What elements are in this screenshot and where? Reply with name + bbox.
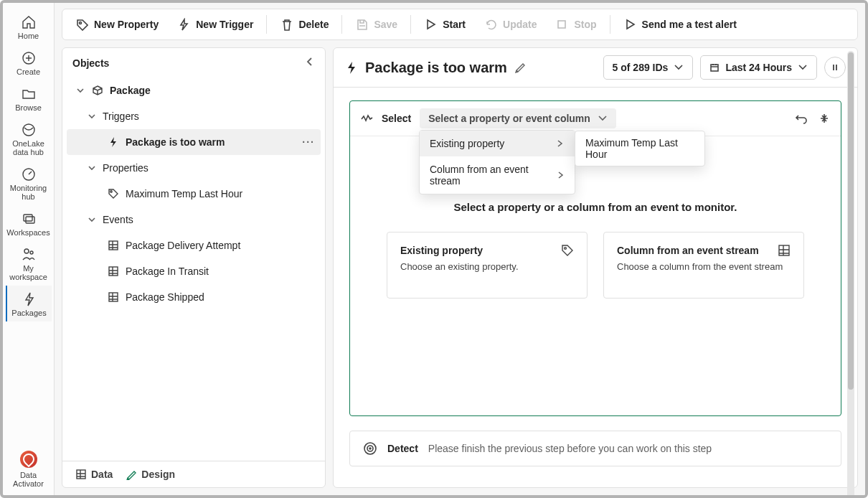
tree-triggers[interactable]: Triggers bbox=[67, 103, 321, 129]
editor-title: Package is too warm bbox=[345, 60, 527, 76]
scrollbar[interactable] bbox=[847, 51, 854, 495]
table-icon bbox=[107, 265, 120, 278]
chevron-down-icon bbox=[798, 62, 808, 72]
toolbar-delete-label: Delete bbox=[298, 19, 329, 30]
toolbar-new-property-label: New Property bbox=[94, 19, 159, 30]
toolbar-new-property[interactable]: New Property bbox=[67, 11, 167, 37]
chevron-right-icon bbox=[556, 139, 565, 148]
time-selector[interactable]: Last 24 Hours bbox=[700, 55, 817, 80]
toolbar-save-label: Save bbox=[374, 19, 397, 30]
nav-create[interactable]: Create bbox=[6, 44, 52, 80]
svg-point-15 bbox=[565, 248, 567, 250]
tree-event-item[interactable]: Package In Transit bbox=[67, 258, 321, 284]
tag-icon bbox=[107, 187, 120, 200]
detect-label: Detect bbox=[387, 443, 418, 454]
select-step-header: Select Select a property or event column bbox=[350, 101, 841, 136]
menu-column-stream-label: Column from an event stream bbox=[430, 164, 557, 187]
nav-onelake-label: OneLake data hub bbox=[6, 139, 52, 156]
nav-data-activator[interactable]: Data Activator bbox=[6, 445, 52, 492]
tree-event-item-label: Package Delivery Attempt bbox=[126, 240, 240, 251]
toolbar-delete[interactable]: Delete bbox=[271, 11, 337, 37]
submenu-max-temp[interactable]: Maximum Temp Last Hour bbox=[575, 131, 705, 166]
toolbar-wrap: New Property New Trigger Delete Save bbox=[55, 3, 865, 40]
nav-monitoring[interactable]: Monitoring hub bbox=[6, 161, 52, 205]
tree-package-label: Package bbox=[110, 85, 151, 96]
select-dropdown[interactable]: Select a property or event column bbox=[420, 108, 616, 128]
svg-rect-3 bbox=[24, 215, 32, 221]
nav-packages[interactable]: Packages bbox=[6, 286, 52, 321]
toolbar-start-label: Start bbox=[443, 19, 466, 30]
chevron-left-icon bbox=[305, 57, 315, 67]
edit-icon[interactable] bbox=[514, 61, 527, 74]
tree-package[interactable]: Package bbox=[67, 77, 321, 103]
nav-workspaces[interactable]: Workspaces bbox=[6, 205, 52, 241]
detect-step-card: Detect Please finish the previous step b… bbox=[349, 431, 841, 466]
tab-design-label: Design bbox=[141, 469, 175, 480]
nav-onelake[interactable]: OneLake data hub bbox=[6, 116, 52, 161]
nav-home[interactable]: Home bbox=[6, 9, 52, 44]
time-selector-label: Last 24 Hours bbox=[725, 62, 792, 73]
bolt-icon bbox=[22, 291, 37, 307]
chevron-down-icon bbox=[75, 86, 85, 95]
toolbar-divider bbox=[610, 15, 610, 34]
app-root: Home Create Browse OneLake data hub Moni… bbox=[0, 0, 868, 498]
svg-rect-8 bbox=[558, 21, 565, 28]
nav-da-label: Data Activator bbox=[6, 471, 52, 488]
tree-event-item[interactable]: Package Delivery Attempt bbox=[67, 232, 321, 258]
tree-events[interactable]: Events bbox=[67, 207, 321, 232]
pause-button[interactable] bbox=[824, 57, 846, 78]
calendar-icon bbox=[709, 62, 720, 72]
table-icon bbox=[778, 244, 791, 257]
svg-point-6 bbox=[30, 251, 33, 254]
tab-design[interactable]: Design bbox=[126, 469, 175, 480]
tab-data-label: Data bbox=[91, 469, 113, 480]
tree-properties[interactable]: Properties bbox=[67, 155, 321, 181]
toolbar-new-trigger-label: New Trigger bbox=[196, 19, 253, 30]
target-icon bbox=[363, 441, 377, 456]
plus-circle-icon bbox=[21, 50, 37, 66]
menu-column-stream[interactable]: Column from an event stream bbox=[420, 156, 575, 194]
onelake-icon bbox=[21, 122, 37, 138]
tree-property-item[interactable]: Maximum Temp Last Hour bbox=[67, 181, 321, 207]
svg-point-5 bbox=[24, 249, 29, 253]
menu-existing-property[interactable]: Existing property bbox=[420, 131, 575, 156]
toolbar-start[interactable]: Start bbox=[415, 11, 474, 37]
play-icon bbox=[424, 18, 437, 31]
toolbar-send-test[interactable]: Send me a test alert bbox=[615, 11, 745, 37]
tab-data[interactable]: Data bbox=[75, 469, 113, 480]
svg-rect-16 bbox=[779, 245, 789, 255]
toolbar: New Property New Trigger Delete Save bbox=[62, 9, 858, 40]
choice-existing-property[interactable]: Existing property Choose an existing pro… bbox=[387, 232, 588, 299]
design-icon bbox=[126, 469, 137, 480]
scrollbar-thumb[interactable] bbox=[848, 52, 854, 390]
tree-trigger-item[interactable]: Package is too warm ··· bbox=[67, 129, 321, 155]
tree-event-item[interactable]: Package Shipped bbox=[67, 284, 321, 310]
wave-icon bbox=[360, 112, 373, 125]
collapse-panel-button[interactable] bbox=[305, 57, 315, 69]
nav-browse[interactable]: Browse bbox=[6, 80, 52, 116]
collapse-icon[interactable] bbox=[818, 112, 831, 125]
choice-column-stream[interactable]: Column from an event stream Choose a col… bbox=[603, 232, 804, 299]
left-rail: Home Create Browse OneLake data hub Moni… bbox=[3, 3, 55, 495]
ids-selector[interactable]: 5 of 289 IDs bbox=[603, 55, 694, 80]
toolbar-new-trigger[interactable]: New Trigger bbox=[169, 11, 262, 37]
select-hint: Select a property or a column from an ev… bbox=[350, 201, 841, 213]
tree-property-item-label: Maximum Temp Last Hour bbox=[126, 188, 242, 199]
undo-icon[interactable] bbox=[795, 112, 808, 125]
chevron-down-icon bbox=[87, 112, 97, 121]
tag-icon bbox=[561, 244, 574, 257]
svg-rect-4 bbox=[26, 217, 34, 223]
select-dropdown-menu: Existing property Column from an event s… bbox=[419, 130, 575, 194]
nav-workspaces-label: Workspaces bbox=[6, 228, 49, 237]
select-step-card: Select Select a property or event column bbox=[349, 100, 841, 416]
bolt-icon bbox=[345, 61, 358, 74]
nav-myworkspace[interactable]: My workspace bbox=[6, 241, 52, 286]
nav-packages-label: Packages bbox=[11, 309, 46, 317]
home-icon bbox=[21, 14, 37, 30]
nav-browse-label: Browse bbox=[15, 103, 42, 112]
nav-monitoring-label: Monitoring hub bbox=[6, 184, 52, 201]
table-icon bbox=[107, 291, 120, 304]
svg-point-7 bbox=[80, 22, 82, 24]
pause-icon bbox=[831, 63, 839, 72]
tree-item-more-button[interactable]: ··· bbox=[302, 136, 315, 148]
